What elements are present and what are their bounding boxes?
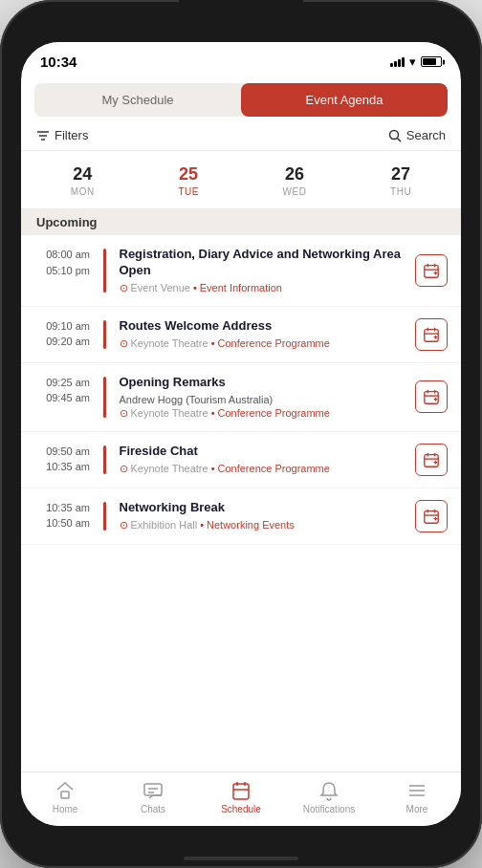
date-item-wed[interactable]: 26 WED: [274, 161, 317, 201]
event-body-5: Networking Break ⊙ Exhibition Hall • Net…: [120, 500, 406, 532]
event-item-welcome: 09:10 am 09:20 am Routes Welcome Address…: [21, 307, 461, 363]
search-icon: [388, 129, 402, 142]
wifi-icon: ▾: [409, 54, 416, 69]
add-calendar-btn-3[interactable]: [415, 380, 448, 413]
tab-more[interactable]: More: [388, 780, 446, 814]
event-author-3: Andrew Hogg (Tourism Australia): [120, 394, 406, 405]
location-icon-1: ⊙: [120, 282, 128, 294]
programme-link-2[interactable]: Conference Programme: [218, 337, 330, 349]
add-calendar-btn-1[interactable]: [415, 254, 448, 287]
date-item-mon[interactable]: 24 MON: [61, 161, 104, 201]
event-item-networking: 10:35 am 10:50 am Networking Break ⊙ Exh…: [21, 488, 461, 545]
event-body-4: Fireside Chat ⊙ Keynote Theatre • Confer…: [120, 444, 406, 476]
tab-schedule[interactable]: Schedule: [212, 780, 270, 814]
event-sub-3: ⊙ Keynote Theatre • Conference Programme: [120, 407, 406, 420]
tab-schedule-label: Schedule: [221, 804, 261, 814]
date-item-tue[interactable]: 25 TUE: [168, 161, 208, 201]
event-body-1: Registration, Diary Advice and Networkin…: [120, 247, 406, 294]
svg-point-3: [389, 130, 398, 139]
filters-button[interactable]: Filters: [36, 128, 88, 142]
my-schedule-tab[interactable]: My Schedule: [34, 83, 241, 117]
tab-home[interactable]: Home: [36, 780, 94, 814]
event-sub-2: ⊙ Keynote Theatre • Conference Programme: [120, 337, 406, 350]
programme-link-1[interactable]: Event Information: [200, 282, 282, 293]
status-bar: 10:34 ▾: [21, 42, 461, 74]
event-title-4: Fireside Chat: [120, 444, 406, 460]
date-item-thu[interactable]: 27 THU: [381, 161, 421, 201]
add-calendar-btn-2[interactable]: [415, 318, 448, 351]
programme-link-4[interactable]: Conference Programme: [218, 463, 330, 474]
event-line-3: [103, 377, 106, 418]
phone-screen: 10:34 ▾ My Schedule Event Agenda: [21, 42, 461, 826]
event-sub-5: ⊙ Exhibition Hall • Networking Events: [120, 519, 406, 532]
content-area[interactable]: My Schedule Event Agenda Filters: [21, 74, 461, 771]
date-number-27: 27: [391, 164, 410, 184]
status-time: 10:34: [40, 54, 77, 70]
upcoming-section-header: Upcoming: [21, 209, 461, 235]
event-sub-1: ⊙ Event Venue • Event Information: [120, 282, 406, 294]
calendar-add-icon-1: [423, 262, 440, 279]
event-title-2: Routes Welcome Address: [120, 318, 406, 335]
location-icon-2: ⊙: [120, 337, 128, 350]
date-day-thu: THU: [390, 186, 411, 197]
date-number-26: 26: [285, 164, 304, 184]
notch: [179, 0, 303, 27]
schedule-toggle: My Schedule Event Agenda: [34, 83, 448, 117]
tab-notifications[interactable]: Notifications: [300, 780, 358, 814]
location-icon-5: ⊙: [120, 519, 128, 532]
filter-icon: [36, 129, 50, 142]
event-time-3: 09:25 am 09:45 am: [34, 375, 90, 420]
home-indicator: [184, 857, 298, 860]
home-icon: [55, 780, 76, 801]
programme-link-5[interactable]: Networking Events: [207, 519, 295, 531]
programme-link-3[interactable]: Conference Programme: [218, 407, 330, 419]
event-agenda-tab[interactable]: Event Agenda: [241, 83, 448, 117]
phone-frame: 10:34 ▾ My Schedule Event Agenda: [0, 0, 482, 868]
search-button[interactable]: Search: [388, 128, 446, 142]
date-day-wed: WED: [283, 186, 307, 197]
notifications-icon: [318, 780, 340, 801]
date-row: 24 MON 25 TUE 26 WED 27 THU: [21, 151, 461, 209]
tab-chats[interactable]: Chats: [124, 780, 182, 814]
add-calendar-btn-4[interactable]: [415, 444, 448, 476]
event-title-1: Registration, Diary Advice and Networkin…: [120, 247, 406, 279]
event-item-opening: 09:25 am 09:45 am Opening Remarks Andrew…: [21, 363, 461, 432]
event-line-5: [103, 502, 106, 531]
tab-more-label: More: [406, 804, 428, 814]
calendar-add-icon-3: [423, 388, 440, 405]
svg-rect-35: [61, 792, 69, 798]
date-number-24: 24: [73, 164, 92, 184]
event-title-5: Networking Break: [120, 500, 406, 516]
location-icon-4: ⊙: [120, 463, 128, 475]
event-item-fireside: 09:50 am 10:35 am Fireside Chat ⊙ Keynot…: [21, 432, 461, 488]
event-body-3: Opening Remarks Andrew Hogg (Tourism Aus…: [120, 375, 406, 420]
calendar-add-icon-4: [423, 451, 440, 468]
event-body-2: Routes Welcome Address ⊙ Keynote Theatre…: [120, 318, 406, 351]
tab-home-label: Home: [53, 804, 78, 814]
event-line-4: [103, 445, 106, 474]
event-time-2: 09:10 am 09:20 am: [34, 318, 90, 351]
tab-bar: Home Chats Schedule: [21, 771, 461, 826]
chats-icon: [142, 780, 164, 801]
event-title-3: Opening Remarks: [120, 375, 406, 391]
date-day-tue: TUE: [178, 186, 199, 197]
event-time-1: 08:00 am 05:10 pm: [34, 247, 90, 294]
location-icon-3: ⊙: [120, 407, 128, 420]
tab-notifications-label: Notifications: [303, 804, 355, 814]
more-icon: [406, 780, 427, 801]
event-line-1: [103, 249, 106, 293]
event-line-2: [103, 320, 106, 349]
schedule-icon: [230, 780, 252, 801]
date-day-mon: MON: [71, 186, 95, 197]
event-time-4: 09:50 am 10:35 am: [34, 444, 90, 476]
add-calendar-btn-5[interactable]: [415, 500, 448, 532]
event-sub-4: ⊙ Keynote Theatre • Conference Programme: [120, 463, 406, 475]
calendar-add-icon-5: [423, 508, 440, 525]
signal-icon: [390, 57, 405, 67]
calendar-add-icon-2: [423, 326, 440, 343]
svg-line-4: [397, 138, 401, 141]
svg-rect-39: [233, 784, 249, 799]
battery-icon: [421, 56, 442, 67]
filter-search-row: Filters Search: [21, 124, 461, 151]
tab-chats-label: Chats: [141, 804, 165, 814]
